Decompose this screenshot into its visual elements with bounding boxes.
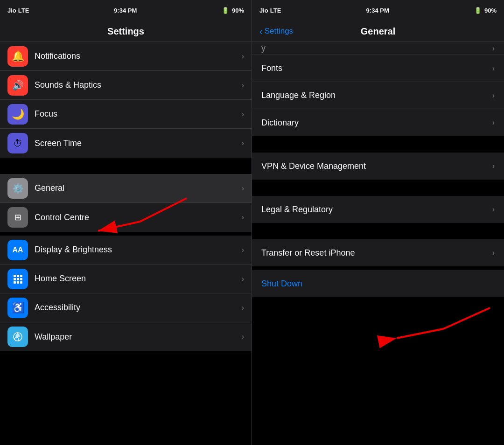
settings-list-right: y › Fonts › Language & Region › Dictiona… — [252, 42, 504, 445]
svg-rect-7 — [17, 281, 19, 284]
right-group-2: VPN & Device Management › — [252, 153, 504, 180]
divider-2 — [0, 232, 252, 236]
shut-down-label: Shut Down — [261, 279, 495, 289]
sidebar-item-accessibility[interactable]: ♿ Accessibility › — [0, 293, 252, 322]
focus-label: Focus — [35, 109, 242, 119]
right-group-1: Fonts › Language & Region › Dictionary › — [252, 55, 504, 136]
sidebar-item-screen-time[interactable]: ⏱ Screen Time › — [0, 129, 252, 158]
vpn-chevron: › — [492, 162, 495, 170]
transfer-reset-label: Transfer or Reset iPhone — [261, 248, 492, 258]
notifications-icon-wrap: 🔔 — [7, 46, 28, 67]
sidebar-item-display-brightness[interactable]: AA Display & Brightness › — [0, 236, 252, 264]
legal-label: Legal & Regulatory — [261, 205, 492, 215]
wallpaper-icon-wrap — [7, 327, 28, 347]
sidebar-item-control-centre[interactable]: ⊞ Control Centre › — [0, 203, 252, 232]
network-right: LTE — [270, 7, 281, 14]
right-item-vpn[interactable]: VPN & Device Management › — [252, 153, 504, 180]
right-group-3: Legal & Regulatory › — [252, 196, 504, 223]
partial-label: y — [261, 43, 266, 53]
settings-group-2: ⚙️ General › ⊞ Control Centre › — [0, 174, 252, 232]
fonts-label: Fonts — [261, 63, 492, 73]
home-screen-icon — [12, 273, 23, 285]
svg-rect-5 — [20, 278, 22, 280]
control-centre-label: Control Centre — [35, 213, 242, 222]
notifications-icon: 🔔 — [12, 50, 24, 63]
right-divider-2 — [252, 180, 504, 196]
partial-top-item[interactable]: y › — [252, 42, 504, 55]
battery-icon-left: 🔋 — [222, 7, 229, 14]
legal-chevron: › — [492, 205, 495, 214]
accessibility-icon-wrap: ♿ — [7, 298, 28, 318]
screen-time-icon: ⏱ — [13, 138, 22, 149]
general-icon: ⚙️ — [12, 183, 24, 194]
left-panel: Jio LTE 9:34 PM 🔋 90% Settings 🔔 Notific… — [0, 0, 252, 445]
display-icon: AA — [12, 246, 23, 254]
right-item-legal[interactable]: Legal & Regulatory › — [252, 196, 504, 223]
svg-rect-2 — [20, 275, 22, 277]
right-item-language-region[interactable]: Language & Region › — [252, 82, 504, 109]
sidebar-item-focus[interactable]: 🌙 Focus › — [0, 100, 252, 129]
right-item-fonts[interactable]: Fonts › — [252, 55, 504, 82]
notifications-chevron: › — [242, 52, 244, 61]
right-item-dictionary[interactable]: Dictionary › — [252, 109, 504, 136]
language-region-label: Language & Region — [261, 90, 492, 100]
sidebar-item-general[interactable]: ⚙️ General › — [0, 174, 252, 203]
sounds-icon-wrap: 🔊 — [7, 75, 28, 96]
svg-rect-3 — [14, 278, 16, 280]
svg-rect-6 — [14, 281, 16, 284]
time-right: 9:34 PM — [366, 7, 389, 14]
right-item-transfer-reset[interactable]: Transfer or Reset iPhone › — [252, 239, 504, 266]
screen-time-chevron: › — [242, 139, 244, 147]
status-left: Jio LTE — [7, 7, 29, 14]
display-chevron: › — [242, 246, 244, 254]
page-title-right: General — [261, 26, 495, 37]
general-label: General — [35, 183, 242, 193]
chevron-left-icon: ‹ — [259, 27, 263, 36]
sidebar-item-home-screen[interactable]: Home Screen › — [0, 264, 252, 293]
right-group-5: Shut Down — [252, 270, 504, 297]
svg-rect-1 — [17, 275, 19, 277]
sidebar-item-wallpaper[interactable]: Wallpaper › — [0, 322, 252, 351]
nav-bar-right: ‹ Settings General — [252, 21, 504, 42]
focus-icon: 🌙 — [12, 108, 24, 120]
right-group-4: Transfer or Reset iPhone › — [252, 239, 504, 266]
control-centre-icon-wrap: ⊞ — [7, 207, 28, 228]
svg-rect-0 — [14, 275, 16, 277]
settings-group-3: AA Display & Brightness › — [0, 236, 252, 351]
sidebar-item-notifications[interactable]: 🔔 Notifications › — [0, 42, 252, 71]
sounds-icon: 🔊 — [12, 80, 24, 91]
fonts-chevron: › — [492, 64, 495, 73]
settings-list-left: 🔔 Notifications › 🔊 Sounds & Haptics › 🌙 — [0, 42, 252, 445]
svg-rect-4 — [17, 278, 19, 280]
status-bar-right: Jio LTE 9:34 PM 🔋 90% — [252, 0, 504, 21]
status-right-left: 🔋 90% — [222, 7, 244, 14]
carrier-right: Jio — [259, 7, 268, 14]
wallpaper-label: Wallpaper — [35, 332, 242, 342]
right-item-shut-down[interactable]: Shut Down — [252, 270, 504, 297]
accessibility-label: Accessibility — [35, 303, 242, 313]
battery-pct-right: 90% — [484, 7, 497, 14]
sidebar-item-sounds-haptics[interactable]: 🔊 Sounds & Haptics › — [0, 71, 252, 100]
network-left: LTE — [18, 7, 29, 14]
general-chevron: › — [242, 184, 244, 193]
vpn-label: VPN & Device Management — [261, 161, 492, 171]
accessibility-icon: ♿ — [12, 302, 24, 314]
dictionary-label: Dictionary — [261, 118, 492, 128]
control-centre-icon: ⊞ — [14, 212, 21, 222]
screen-time-label: Screen Time — [35, 139, 242, 148]
transfer-reset-chevron: › — [492, 249, 495, 257]
language-region-chevron: › — [492, 91, 495, 100]
focus-chevron: › — [242, 110, 244, 118]
control-centre-chevron: › — [242, 213, 244, 222]
back-button[interactable]: ‹ Settings — [259, 27, 293, 36]
notifications-label: Notifications — [35, 51, 242, 61]
partial-chevron: › — [492, 44, 495, 53]
home-screen-icon-wrap — [7, 269, 28, 289]
status-bar-left: Jio LTE 9:34 PM 🔋 90% — [0, 0, 252, 21]
wallpaper-chevron: › — [242, 333, 244, 341]
settings-group-1: 🔔 Notifications › 🔊 Sounds & Haptics › 🌙 — [0, 42, 252, 158]
home-screen-label: Home Screen — [35, 274, 242, 284]
battery-pct-left: 90% — [232, 7, 244, 14]
screen-time-icon-wrap: ⏱ — [7, 133, 28, 153]
right-divider-1 — [252, 136, 504, 153]
